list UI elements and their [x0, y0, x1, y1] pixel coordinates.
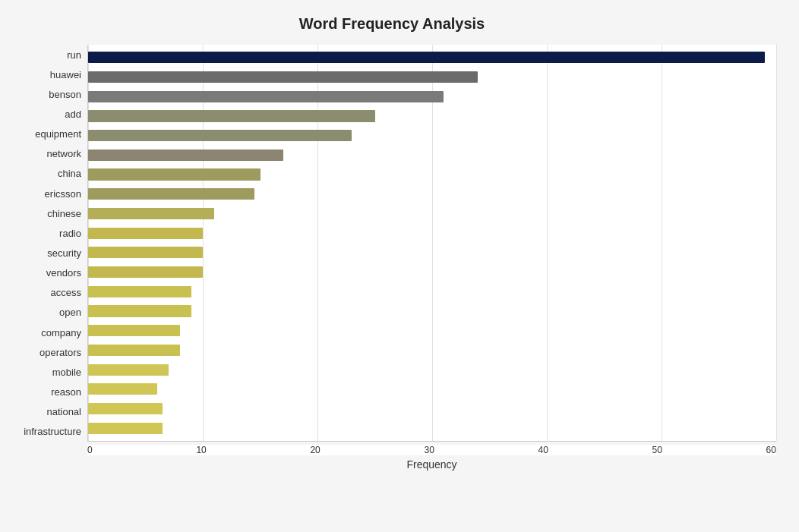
y-label: ericsson	[45, 189, 81, 199]
bar	[88, 345, 180, 356]
x-axis: 0102030405060	[87, 442, 776, 455]
y-label: china	[58, 168, 81, 178]
plot-area: runhuaweibensonaddequipmentnetworkchinae…	[8, 45, 776, 442]
bar-row	[88, 165, 776, 184]
bar	[88, 423, 163, 434]
bar	[88, 266, 203, 278]
bar	[88, 247, 203, 258]
grid-line	[776, 45, 777, 441]
y-label: national	[46, 407, 81, 417]
bar-row	[88, 204, 776, 224]
bar-row	[88, 48, 776, 68]
y-label: reason	[51, 387, 81, 397]
y-label: operators	[39, 348, 81, 357]
y-label: security	[47, 248, 81, 258]
bar-row	[88, 341, 776, 360]
x-tick: 30	[424, 445, 434, 455]
bar-row	[88, 282, 776, 301]
bar-row	[88, 360, 776, 379]
y-label: network	[46, 149, 81, 159]
bar-row	[88, 146, 776, 165]
bar-row	[88, 399, 776, 419]
y-label: vendors	[46, 268, 81, 278]
y-label: infrastructure	[24, 427, 81, 436]
y-label: run	[67, 50, 81, 60]
bar	[88, 208, 214, 219]
x-tick: 60	[766, 445, 776, 455]
y-label: company	[41, 328, 81, 338]
bar	[88, 110, 375, 121]
bar	[88, 228, 203, 239]
x-tick: 20	[310, 445, 320, 455]
bars-wrapper	[88, 45, 776, 441]
x-tick: 40	[538, 445, 548, 455]
bar-row	[88, 321, 776, 341]
y-label: mobile	[52, 367, 81, 377]
bar	[88, 150, 283, 161]
bar-row	[88, 223, 776, 243]
y-label: open	[59, 307, 81, 317]
bar	[88, 52, 765, 63]
y-label: access	[51, 288, 81, 297]
bar	[88, 130, 352, 141]
bar	[88, 71, 478, 83]
y-labels: runhuaweibensonaddequipmentnetworkchinae…	[8, 45, 87, 442]
bar-row	[88, 263, 776, 282]
bar	[88, 403, 163, 414]
y-label: benson	[49, 90, 81, 99]
bar-row	[88, 418, 776, 438]
bar-row	[88, 184, 776, 204]
bar	[88, 325, 180, 336]
bar-row	[88, 87, 776, 106]
bar	[88, 383, 157, 395]
chart-title: Word Frequency Analysis	[8, 15, 776, 33]
x-tick: 10	[196, 445, 206, 455]
x-axis-labels: 0102030405060	[87, 445, 776, 455]
x-tick: 50	[652, 445, 662, 455]
bar-row	[88, 301, 776, 321]
bar	[88, 168, 261, 180]
y-label: huawei	[50, 70, 81, 80]
y-label: chinese	[47, 209, 81, 219]
bar	[88, 305, 191, 316]
chart-container: Word Frequency Analysis runhuaweibensona…	[0, 0, 799, 532]
chart-area: runhuaweibensonaddequipmentnetworkchinae…	[8, 45, 776, 471]
x-axis-title: Frequency	[87, 458, 776, 471]
bar	[88, 188, 254, 200]
x-tick: 0	[87, 445, 93, 455]
bar	[88, 364, 169, 376]
y-label: equipment	[35, 129, 81, 139]
bar-row	[88, 243, 776, 263]
bar-row	[88, 106, 776, 126]
y-label: add	[65, 109, 81, 119]
y-label: radio	[59, 228, 81, 238]
bars-grid	[87, 45, 776, 442]
bar	[88, 91, 444, 102]
bar	[88, 286, 191, 297]
bar-row	[88, 379, 776, 399]
bar-row	[88, 68, 776, 87]
bar-row	[88, 126, 776, 146]
